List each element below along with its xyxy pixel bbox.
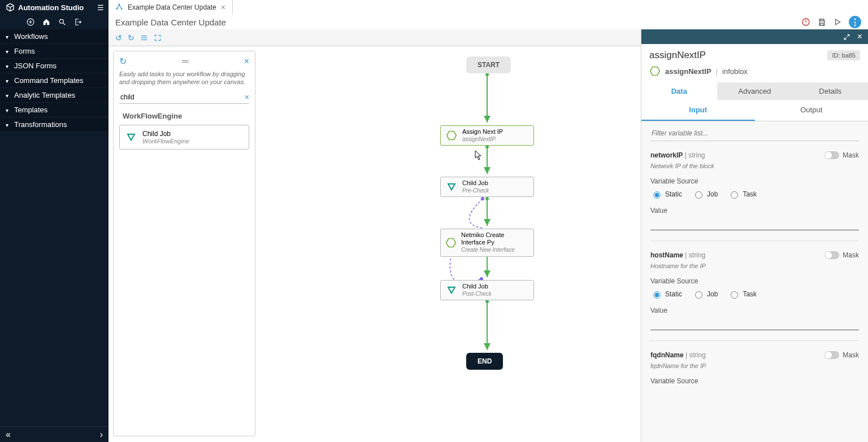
- node-post-check[interactable]: Child JobPost-Check: [440, 280, 534, 300]
- properties-panel: × assignNextIP ID: ba85 assignNextIP | i…: [641, 29, 868, 442]
- end-node[interactable]: END: [466, 353, 503, 370]
- tab-output[interactable]: Output: [755, 100, 869, 121]
- palette-search-input[interactable]: [119, 91, 249, 103]
- hamburger-icon[interactable]: ☰: [93, 3, 108, 12]
- mask-toggle[interactable]: [824, 351, 839, 359]
- add-icon[interactable]: [27, 18, 34, 26]
- app-name: Automation Studio: [18, 3, 84, 12]
- app-brand: Automation Studio: [0, 3, 89, 12]
- sidebar: Workflows Forms JSON Forms Command Templ…: [0, 29, 108, 442]
- task-palette: ↻ ═ × Easily add tasks to your workflow …: [113, 51, 255, 436]
- node-pre-check[interactable]: Child JobPre-Check: [440, 177, 534, 197]
- svg-rect-7: [141, 37, 147, 38]
- expand-right-icon[interactable]: ›: [100, 430, 103, 440]
- save-icon[interactable]: [817, 17, 826, 27]
- svg-point-0: [119, 3, 120, 5]
- secondary-bar: Example Data Center Update ⋮: [0, 15, 868, 29]
- triangle-icon: [445, 181, 458, 193]
- mask-toggle[interactable]: [824, 251, 839, 259]
- palette-item-child-job[interactable]: Child Job WorkFlowEngine: [119, 125, 249, 150]
- source-radios: Static Job Task: [650, 190, 859, 199]
- start-node[interactable]: START: [466, 56, 511, 73]
- focus-icon[interactable]: [154, 34, 162, 42]
- file-tab[interactable]: Example Data Center Update ×: [108, 0, 233, 15]
- palette-item-subtitle: WorkFlowEngine: [142, 138, 189, 145]
- panel-close-icon[interactable]: ×: [857, 32, 862, 42]
- palette-close-icon[interactable]: ×: [244, 56, 249, 67]
- value-input[interactable]: [650, 217, 859, 230]
- editor-toolbar: ↺ ↻: [108, 29, 641, 46]
- expand-icon[interactable]: [843, 33, 850, 41]
- palette-hint: Easily add tasks to your workflow by dra…: [119, 70, 249, 86]
- svg-point-2: [121, 8, 123, 10]
- svg-point-14: [485, 197, 489, 200]
- page-title: Example Data Center Update: [115, 17, 226, 27]
- panel-sub-name: assignNextIP: [665, 67, 711, 76]
- refresh-icon[interactable]: ↻: [119, 56, 127, 67]
- node-netmiko[interactable]: Netmiko Create Interface PyCreate New In…: [440, 229, 534, 257]
- triangle-icon: [445, 284, 458, 296]
- svg-point-1: [116, 8, 118, 10]
- hexagon-icon: [649, 65, 661, 77]
- collapse-left-icon[interactable]: «: [6, 430, 11, 440]
- mouse-cursor: [475, 150, 483, 163]
- tab-strip: Example Data Center Update ×: [108, 0, 868, 15]
- node-assign-next-ip[interactable]: Assign Next IPassignNextIP: [440, 125, 534, 146]
- svg-point-19: [481, 197, 484, 200]
- var-block-networkip: networkIP | string Mask Network IP of th…: [650, 151, 859, 241]
- search-icon[interactable]: [58, 18, 66, 26]
- panel-io-tabs: Input Output: [641, 100, 868, 121]
- radio-static[interactable]: [653, 191, 661, 199]
- palette-item-title: Child Job: [142, 130, 171, 138]
- source-radios: Static Job Task: [650, 290, 859, 299]
- sidebar-item-analytic-templates[interactable]: Analytic Templates: [0, 88, 108, 103]
- mask-toggle[interactable]: [824, 151, 839, 159]
- cube-icon: [6, 3, 15, 12]
- triangle-icon: [125, 132, 137, 142]
- hexagon-icon: [445, 237, 457, 249]
- sidebar-item-transformations[interactable]: Transformations: [0, 117, 108, 132]
- error-icon[interactable]: [801, 17, 810, 27]
- logout-icon[interactable]: [74, 18, 82, 26]
- var-block-hostname: hostName | string Mask Hostname for the …: [650, 251, 859, 341]
- radio-task[interactable]: [731, 291, 738, 299]
- value-input[interactable]: [650, 317, 859, 330]
- tab-advanced[interactable]: Advanced: [717, 82, 793, 100]
- clear-search-icon[interactable]: ×: [245, 93, 249, 102]
- run-icon[interactable]: [833, 17, 842, 27]
- tab-label: Example Data Center Update: [128, 3, 216, 11]
- tab-details[interactable]: Details: [792, 82, 868, 100]
- sidebar-item-command-templates[interactable]: Command Templates: [0, 73, 108, 88]
- radio-job[interactable]: [695, 291, 702, 299]
- tab-input[interactable]: Input: [641, 100, 755, 121]
- svg-rect-6: [141, 35, 147, 36]
- sidebar-item-json-forms[interactable]: JSON Forms: [0, 59, 108, 73]
- svg-rect-8: [141, 39, 147, 40]
- workflow-icon: [115, 3, 123, 12]
- canvas[interactable]: ↻ ═ × Easily add tasks to your workflow …: [108, 46, 641, 442]
- tab-close-icon[interactable]: ×: [221, 3, 225, 12]
- id-badge: ID: ba85: [827, 50, 860, 60]
- redo-icon[interactable]: ↻: [128, 33, 134, 42]
- more-menu-button[interactable]: ⋮: [849, 16, 861, 28]
- list-icon[interactable]: [140, 34, 148, 42]
- panel-title: assignNextIP: [649, 50, 706, 61]
- sidebar-item-templates[interactable]: Templates: [0, 103, 108, 117]
- top-bar: Automation Studio ☰ Example Data Center …: [0, 0, 868, 15]
- svg-point-4: [59, 19, 63, 23]
- editor-area: ↺ ↻ ↻ ═ × Easily add tasks to your workf…: [108, 29, 641, 442]
- filter-input[interactable]: [650, 126, 859, 141]
- radio-task[interactable]: [731, 191, 738, 199]
- panel-sub-app: infoblox: [722, 67, 748, 76]
- radio-static[interactable]: [653, 291, 661, 299]
- sidebar-item-workflows[interactable]: Workflows: [0, 29, 108, 44]
- palette-section-label: WorkFlowEngine: [123, 112, 249, 120]
- hexagon-icon: [445, 129, 458, 142]
- radio-job[interactable]: [695, 191, 702, 199]
- panel-main-tabs: Data Advanced Details: [641, 82, 868, 100]
- drag-handle-icon[interactable]: ═: [127, 56, 244, 67]
- tab-data[interactable]: Data: [641, 82, 717, 100]
- undo-icon[interactable]: ↺: [115, 33, 122, 42]
- home-icon[interactable]: [42, 18, 50, 26]
- sidebar-item-forms[interactable]: Forms: [0, 44, 108, 59]
